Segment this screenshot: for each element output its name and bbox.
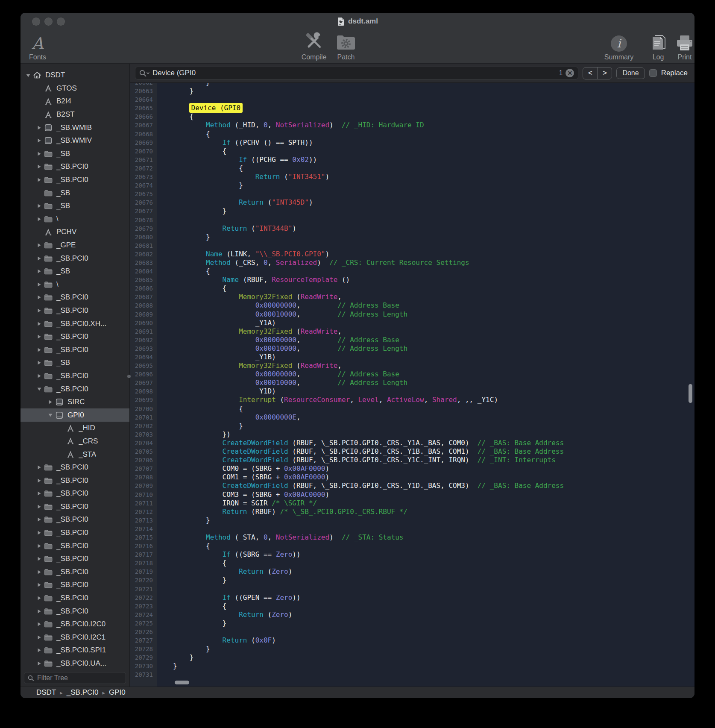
tree-row-sbpci0[interactable]: _SB.PCI0: [21, 578, 129, 592]
disclosure-right-icon[interactable]: [36, 504, 42, 509]
disclosure-right-icon[interactable]: [36, 203, 42, 208]
find-input[interactable]: Device (GPI0 1 ✕: [135, 67, 578, 79]
tree-row-sbpci0[interactable]: _SB.PCI0: [21, 304, 129, 317]
disclosure-right-icon[interactable]: [36, 622, 42, 627]
disclosure-right-icon[interactable]: [36, 125, 42, 130]
vertical-scrollbar[interactable]: [689, 384, 692, 403]
disclosure-right-icon[interactable]: [36, 256, 42, 261]
tree-row-sbpci0[interactable]: _SB.PCI0: [21, 552, 129, 566]
tree-row-sbpci0[interactable]: _SB.PCI0: [21, 526, 129, 540]
tree-row-sbpci0[interactable]: _SB.PCI0: [21, 382, 129, 396]
find-next-button[interactable]: >: [597, 68, 612, 79]
tree-row-sbpci0[interactable]: _SB.PCI0: [21, 513, 129, 526]
disclosure-right-icon[interactable]: [36, 151, 42, 156]
disclosure-right-icon[interactable]: [36, 661, 42, 666]
tree-row-gpi0[interactable]: GPI0: [21, 408, 129, 422]
tree-row-sbpci0spi1[interactable]: _SB.PCI0.SPI1: [21, 644, 129, 657]
tree-row-sbpci0[interactable]: _SB.PCI0: [21, 330, 129, 343]
tree-row-sb[interactable]: _SB: [21, 265, 129, 278]
disclosure-right-icon[interactable]: [36, 465, 42, 470]
replace-checkbox[interactable]: [649, 69, 657, 77]
tree-row-sbpci0[interactable]: _SB.PCI0: [21, 592, 129, 605]
tree-row-sbwmiv[interactable]: _SB.WMIV: [21, 134, 129, 147]
tree-row-sbpci0[interactable]: _SB.PCI0: [21, 370, 129, 383]
tree-row-sbpci0[interactable]: _SB.PCI0: [21, 539, 129, 552]
disclosure-right-icon[interactable]: [36, 517, 42, 522]
filter-tree-input[interactable]: Filter Tree: [24, 672, 126, 684]
tree-row-sbpci0[interactable]: _SB.PCI0: [21, 461, 129, 474]
tree-row-dsdt[interactable]: DSDT: [21, 69, 129, 82]
disclosure-right-icon[interactable]: [36, 530, 42, 535]
tree-row-b2st[interactable]: B2ST: [21, 108, 129, 121]
close-window-button[interactable]: [32, 18, 40, 26]
tree-row-sbpci0[interactable]: _SB.PCI0: [21, 291, 129, 304]
code-editor[interactable]: 20662 }20663 }2066420665 Device (GPI0206…: [130, 83, 694, 687]
tree-row-crs[interactable]: _CRS: [21, 435, 129, 448]
disclosure-right-icon[interactable]: [36, 295, 42, 300]
search-scope-icon[interactable]: [139, 70, 149, 77]
tree-row-gpe[interactable]: _GPE: [21, 239, 129, 252]
disclosure-down-icon[interactable]: [36, 387, 42, 391]
tree-row-gtos[interactable]: GTOS: [21, 82, 129, 95]
tree-row-pchv[interactable]: PCHV: [21, 226, 129, 239]
print-button[interactable]: Print: [664, 31, 694, 61]
patch-button[interactable]: Patch: [325, 31, 366, 61]
tree-row-sbpci0i2c0[interactable]: _SB.PCI0.I2C0: [21, 618, 129, 631]
find-previous-button[interactable]: <: [583, 68, 597, 79]
tree-row-b2i4[interactable]: B2I4: [21, 95, 129, 108]
tree-row-sbpci0[interactable]: _SB.PCI0: [21, 566, 129, 579]
tree-row-sbpci0[interactable]: _SB.PCI0: [21, 160, 129, 173]
tree-row-hid[interactable]: _HID: [21, 422, 129, 435]
splitter-handle[interactable]: [127, 375, 131, 378]
tree-row-sb[interactable]: _SB: [21, 356, 129, 370]
tree-row-sb[interactable]: _SB: [21, 147, 129, 161]
disclosure-right-icon[interactable]: [36, 582, 42, 587]
breadcrumb-item-dsdt[interactable]: DSDT: [36, 688, 56, 697]
tree-row-sbpci0[interactable]: _SB.PCI0: [21, 173, 129, 187]
tree-row-sbwmib[interactable]: _SB.WMIB: [21, 121, 129, 134]
minimize-window-button[interactable]: [44, 18, 53, 26]
disclosure-right-icon[interactable]: [36, 269, 42, 274]
horizontal-scrollbar[interactable]: [175, 681, 189, 684]
disclosure-right-icon[interactable]: [36, 308, 42, 313]
tree-row-sbpci0[interactable]: _SB.PCI0: [21, 252, 129, 265]
disclosure-right-icon[interactable]: [36, 491, 42, 496]
tree-row-sb[interactable]: _SB: [21, 186, 129, 200]
tree-row-sta[interactable]: _STA: [21, 448, 129, 461]
disclosure-down-icon[interactable]: [47, 413, 53, 417]
tree-row-sbpci0[interactable]: _SB.PCI0: [21, 343, 129, 356]
disclosure-right-icon[interactable]: [36, 556, 42, 561]
tree-row-[interactable]: \: [21, 213, 129, 226]
disclosure-right-icon[interactable]: [47, 399, 53, 405]
tree-row-sbpci0ua[interactable]: _SB.PCI0.UA...: [21, 657, 129, 670]
disclosure-right-icon[interactable]: [36, 217, 42, 222]
clear-search-icon[interactable]: ✕: [566, 69, 574, 77]
fonts-button[interactable]: A Fonts: [21, 31, 58, 61]
disclosure-right-icon[interactable]: [36, 543, 42, 549]
tree-row-[interactable]: \: [21, 278, 129, 291]
disclosure-right-icon[interactable]: [36, 164, 42, 169]
breadcrumb-item-gpi0[interactable]: GPI0: [109, 688, 126, 697]
disclosure-right-icon[interactable]: [36, 360, 42, 365]
tree-row-sbpci0xh[interactable]: _SB.PCI0.XH...: [21, 317, 129, 330]
breadcrumb-item-sbpci0[interactable]: _SB.PCI0: [67, 688, 99, 697]
tree-row-sb[interactable]: _SB: [21, 200, 129, 213]
disclosure-right-icon[interactable]: [36, 347, 42, 352]
disclosure-right-icon[interactable]: [36, 596, 42, 601]
disclosure-right-icon[interactable]: [36, 569, 42, 575]
disclosure-right-icon[interactable]: [36, 635, 42, 640]
disclosure-right-icon[interactable]: [36, 373, 42, 379]
disclosure-right-icon[interactable]: [36, 138, 42, 143]
disclosure-right-icon[interactable]: [36, 609, 42, 614]
tree-row-sbpci0[interactable]: _SB.PCI0: [21, 487, 129, 500]
disclosure-right-icon[interactable]: [36, 334, 42, 339]
tree-row-sirc[interactable]: SIRC: [21, 396, 129, 409]
disclosure-right-icon[interactable]: [36, 478, 42, 483]
disclosure-right-icon[interactable]: [36, 648, 42, 653]
tree-row-sbpci0[interactable]: _SB.PCI0: [21, 500, 129, 514]
disclosure-right-icon[interactable]: [36, 177, 42, 182]
done-button[interactable]: Done: [616, 68, 645, 79]
tree-row-sbpci0[interactable]: _SB.PCI0: [21, 605, 129, 618]
disclosure-right-icon[interactable]: [36, 282, 42, 287]
disclosure-right-icon[interactable]: [36, 321, 42, 326]
